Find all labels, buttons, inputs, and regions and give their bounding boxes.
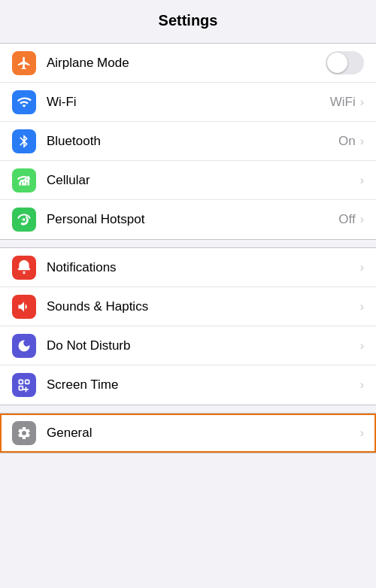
dnd-icon <box>17 338 32 353</box>
wifi-value: WiFi <box>330 95 356 110</box>
hotspot-icon <box>17 212 32 227</box>
toggle-thumb <box>327 53 347 73</box>
hotspot-row[interactable]: Personal Hotspot Off › <box>0 200 376 239</box>
settings-screen: Settings Airplane Mode <box>0 0 376 453</box>
page-title: Settings <box>159 12 218 29</box>
bluetooth-icon-wrapper <box>12 129 36 153</box>
sounds-icon-wrapper <box>12 295 36 319</box>
svg-rect-1 <box>22 180 23 186</box>
notification-section: Notifications › Sounds & Haptics › <box>0 247 376 405</box>
svg-rect-2 <box>25 177 27 185</box>
airplane-mode-toggle[interactable] <box>326 51 364 74</box>
general-section: General › <box>0 413 376 453</box>
cellular-label: Cellular <box>47 173 360 188</box>
screentime-row[interactable]: Screen Time › <box>0 365 376 405</box>
svg-rect-0 <box>19 181 21 185</box>
notification-list: Notifications › Sounds & Haptics › <box>0 247 376 405</box>
notifications-icon-wrapper <box>12 256 36 280</box>
wifi-icon <box>17 95 32 110</box>
bluetooth-label: Bluetooth <box>47 134 338 149</box>
airplane-icon <box>17 56 32 71</box>
sounds-label: Sounds & Haptics <box>47 299 360 314</box>
dnd-row[interactable]: Do Not Disturb › <box>0 326 376 365</box>
sounds-icon <box>17 299 32 314</box>
connectivity-section: Airplane Mode Wi-Fi WiFi › <box>0 43 376 240</box>
hotspot-label: Personal Hotspot <box>47 212 338 227</box>
general-chevron: › <box>360 426 364 440</box>
airplane-mode-icon-wrapper <box>12 51 36 75</box>
hotspot-chevron: › <box>360 213 364 226</box>
dnd-label: Do Not Disturb <box>47 338 360 353</box>
sounds-row[interactable]: Sounds & Haptics › <box>0 287 376 326</box>
sounds-chevron: › <box>360 300 364 314</box>
airplane-mode-label: Airplane Mode <box>47 56 326 71</box>
general-row[interactable]: General › <box>0 414 376 453</box>
cellular-icon <box>17 173 32 188</box>
svg-point-4 <box>23 218 25 220</box>
bluetooth-icon <box>17 134 32 149</box>
hotspot-value: Off <box>338 212 355 227</box>
wifi-chevron: › <box>360 95 364 109</box>
bluetooth-row[interactable]: Bluetooth On › <box>0 122 376 161</box>
screentime-chevron: › <box>360 378 364 392</box>
wifi-row[interactable]: Wi-Fi WiFi › <box>0 83 376 122</box>
dnd-chevron: › <box>360 339 364 353</box>
connectivity-list: Airplane Mode Wi-Fi WiFi › <box>0 43 376 240</box>
general-icon <box>17 426 32 441</box>
bluetooth-chevron: › <box>360 135 364 148</box>
notifications-chevron: › <box>360 261 364 274</box>
wifi-label: Wi-Fi <box>47 95 330 110</box>
cellular-chevron: › <box>360 174 364 187</box>
screentime-label: Screen Time <box>47 377 360 393</box>
airplane-mode-row[interactable]: Airplane Mode <box>0 44 376 83</box>
cellular-icon-wrapper <box>12 168 36 192</box>
bluetooth-value: On <box>338 134 356 149</box>
notifications-row[interactable]: Notifications › <box>0 248 376 287</box>
screentime-icon-wrapper <box>12 373 36 397</box>
general-list: General › <box>0 413 376 453</box>
hotspot-icon-wrapper <box>12 208 36 232</box>
general-label: General <box>47 426 360 441</box>
screentime-icon <box>17 377 32 393</box>
cellular-row[interactable]: Cellular › <box>0 161 376 200</box>
general-icon-wrapper <box>12 421 36 445</box>
notifications-label: Notifications <box>47 260 360 275</box>
toggle-track <box>326 51 364 74</box>
dnd-icon-wrapper <box>12 334 36 358</box>
wifi-icon-wrapper <box>12 90 36 114</box>
notifications-icon <box>17 260 32 275</box>
svg-rect-3 <box>28 176 30 186</box>
header: Settings <box>0 0 376 35</box>
